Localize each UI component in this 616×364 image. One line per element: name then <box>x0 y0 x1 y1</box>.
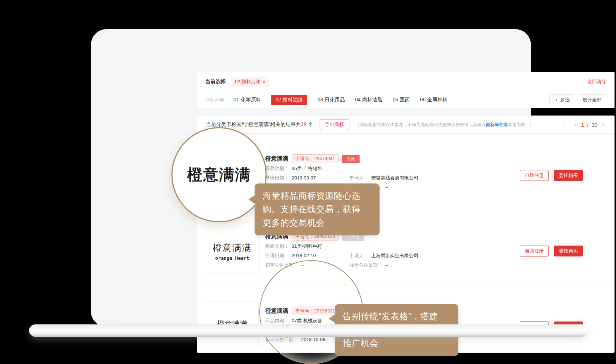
disclaimer-suffix: 查询为准。） <box>508 122 534 127</box>
app-window: 当前选择 02 颜料油漆 × 全部清除 商标分类 01 化学原料02 颜料油漆0… <box>91 29 531 327</box>
field: 申请日期：2018-02-10 <box>265 252 349 259</box>
trademark-office-link[interactable]: 商标局官网 <box>486 122 508 127</box>
field-value: 2018-10-06 <box>301 337 325 342</box>
field-line: 申请日期：2018-03-07申请人：安徽美达会展有限公司 <box>265 173 418 182</box>
total-pages: 30 <box>591 122 597 128</box>
field-line: 商品类别：35类-广告销售 <box>265 163 418 173</box>
trademark-image: 橙意满满 <box>206 301 259 346</box>
field-label: 初审公告日期： <box>265 262 298 268</box>
field: 申请日期：2018-03-07 <box>265 174 349 181</box>
entrust-buy-button[interactable]: 委托购买 <box>554 170 583 181</box>
field-value: – <box>301 262 304 268</box>
category-item-02[interactable]: 02 颜料油漆 <box>271 95 307 105</box>
current-selection-label: 当前选择 <box>205 78 226 85</box>
trademark-details: 橙意满满申请号：29474941无效商品类别：35类-广告销售申请日期：2018… <box>265 134 418 192</box>
current-selection-row: 当前选择 02 颜料油漆 × 全部清除 <box>197 72 614 91</box>
trademark-image-subtext: orange Heart <box>215 255 250 261</box>
field: 申请人：安徽美达会展有限公司 <box>349 174 418 181</box>
field-label: 申请日期： <box>265 175 289 181</box>
laptop-base <box>29 324 588 337</box>
field-label: 商品类别： <box>265 318 289 323</box>
magnified-trademark-text: 橙意满满 <box>187 165 251 185</box>
trademark-image: 橙意满满orange Heart <box>206 229 259 274</box>
page: 当前选择 02 颜料油漆 × 全部清除 商标分类 01 化学原料02 颜料油漆0… <box>0 0 616 364</box>
category-item-04[interactable]: 04 燃料油脂 <box>355 95 382 105</box>
field-label: 商品类别： <box>265 166 289 171</box>
field-label: 申请日期： <box>265 253 289 258</box>
field-label: 商品类别： <box>265 243 289 249</box>
field-value: 31类-饲料种籽 <box>292 243 322 249</box>
trademark-image-text: 橙意满满 <box>213 242 252 254</box>
field: 初审公告日期：– <box>265 262 349 268</box>
field-value: – <box>385 262 388 268</box>
category-row: 商标分类 01 化学原料02 颜料油漆03 日化用品04 燃料油脂05 医药06… <box>197 91 614 108</box>
prev-page-icon[interactable]: < <box>574 122 578 128</box>
field-label: 初审公告日期： <box>265 337 298 342</box>
trademark-name: 橙意满满 <box>265 307 288 315</box>
field-label: 注册公告日期： <box>349 262 382 268</box>
self-register-button[interactable]: 自助注册 <box>520 246 549 256</box>
category-list: 01 化学原料02 颜料油漆03 日化用品04 燃料油脂05 医药06 金属材料 <box>234 95 458 105</box>
field-line: 初审公告日期：–注册公告日期：– <box>265 260 418 270</box>
disclaimer-prefix: （商标检索结果仅供参考，不作为商标能否注册的法律依据；具体以 <box>355 122 486 127</box>
field-value: 2018-02-10 <box>292 253 316 258</box>
page-separator: / <box>587 122 588 128</box>
magnifier-circle-large: 橙意满满 <box>171 127 267 222</box>
field-value: 2018-03-07 <box>292 175 316 181</box>
category-label: 商标分类 <box>205 97 224 103</box>
field-value: 35类-广告销售 <box>292 166 322 171</box>
category-item-06[interactable]: 06 金属材料 <box>420 95 447 105</box>
category-item-01[interactable]: 01 化学原料 <box>234 95 261 105</box>
next-page-icon[interactable]: > <box>600 122 605 128</box>
results-count: 28 <box>301 121 307 127</box>
field: 商品类别：31类-饲料种籽 <box>265 243 349 250</box>
clear-all-button[interactable]: 全部清除 <box>587 78 606 85</box>
field-value: 上海雨步实业有限公司 <box>371 253 418 258</box>
results-header: 当前分类下检索到“橙意满满”相关的结果共28 个 导出商标 （商标检索结果仅供参… <box>197 116 614 134</box>
category-actions: ＋ 多选 展开全部 <box>549 94 606 105</box>
field: 注册公告日期：– <box>349 262 418 268</box>
export-trademarks-button[interactable]: 导出商标 <box>320 119 349 130</box>
field-label: 申请人： <box>349 253 368 258</box>
field-value: 07类-机械设备 <box>292 318 322 323</box>
field-label: 申请人： <box>349 175 368 181</box>
remove-filter-icon[interactable]: × <box>263 79 266 84</box>
results-summary-prefix: 当前分类下检索到“橙意满满”相关的结果共 <box>206 121 301 127</box>
self-register-button[interactable]: 自助注册 <box>520 170 549 181</box>
row-actions: 自助注册委托购买 <box>520 170 583 181</box>
field-value: 安徽美达会展有限公司 <box>371 175 418 181</box>
status-badge: 无效 <box>342 155 360 163</box>
field-value: – <box>385 185 388 190</box>
field: 商品类别：35类-广告销售 <box>265 165 349 172</box>
results-summary-suffix: 个 <box>307 121 313 127</box>
filter-card: 当前选择 02 颜料油漆 × 全部清除 商标分类 01 化学原料02 颜料油漆0… <box>197 72 615 108</box>
field: 申请人：上海雨步实业有限公司 <box>349 252 418 259</box>
current-page-number: 1 <box>581 122 584 128</box>
selected-filter-chip[interactable]: 02 颜料油漆 × <box>231 77 269 87</box>
pagination: < 1 / 30 > <box>564 116 614 133</box>
trademark-title-line: 橙意满满申请号：29474941无效 <box>265 154 418 163</box>
field-line: 申请日期：2018-02-10申请人：上海雨步实业有限公司 <box>265 251 418 260</box>
selected-filter-chip-label: 02 颜料油漆 <box>235 78 260 85</box>
category-item-05[interactable]: 05 医药 <box>393 95 410 105</box>
trademark-name: 橙意满满 <box>265 155 288 163</box>
tooltip-marketplace: 海量精品商标资源随心选 购。支持在线交易，获得 更多的交易机会 <box>255 183 380 235</box>
row-actions: 自助注册委托购买 <box>520 246 583 256</box>
expand-all-button[interactable]: 展开全部 <box>578 94 606 105</box>
application-number-tag: 申请号：29474941 <box>292 154 339 163</box>
disclaimer-note: （商标检索结果仅供参考，不作为商标能否注册的法律依据；具体以商标局官网查询为准。… <box>355 122 564 128</box>
multi-select-button[interactable]: ＋ 多选 <box>549 94 574 105</box>
category-item-03[interactable]: 03 日化用品 <box>317 95 345 105</box>
entrust-buy-button[interactable]: 委托购买 <box>554 246 583 256</box>
field-line: 商品类别：31类-饲料种籽 <box>265 241 418 251</box>
